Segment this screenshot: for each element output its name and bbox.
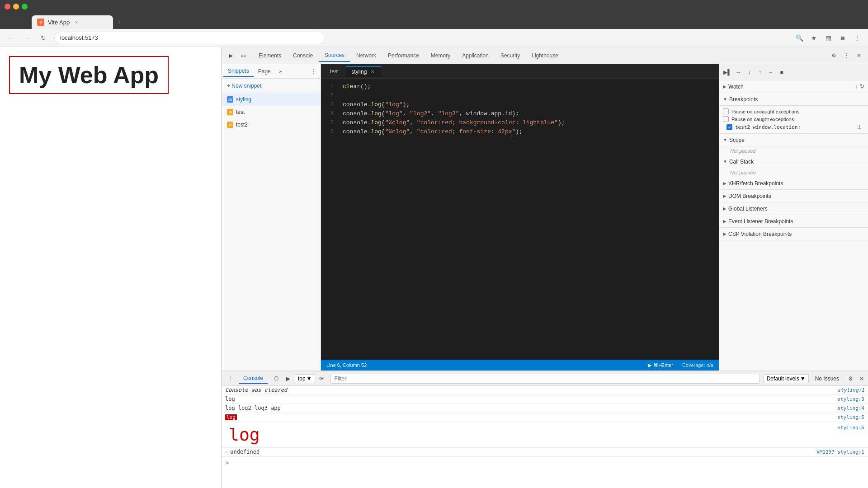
console-return-source[interactable]: VM1297 styling:1 <box>816 449 864 455</box>
snippet-item-styling[interactable]: JS styling <box>222 93 321 106</box>
global-listeners-section-header[interactable]: ▶ Global Listeners <box>719 202 868 215</box>
line-numbers: 1 2 3 4 5 6 <box>321 79 337 360</box>
code-lines[interactable]: clear(); console.log("log"); console.log… <box>337 79 719 360</box>
sources-more-tabs[interactable]: » <box>275 66 286 77</box>
tab-lighthouse[interactable]: Lighthouse <box>526 50 564 61</box>
editor-tabs: test styling ✕ <box>321 64 719 79</box>
refresh-watch-icon[interactable]: ↻ <box>860 83 864 90</box>
console-log2-source[interactable]: styling:4 <box>837 405 864 411</box>
code-content[interactable]: 1 2 3 4 5 6 clear(); console.log("log"); <box>321 79 719 360</box>
console-filter-input[interactable] <box>330 374 760 384</box>
tab-page[interactable]: Page <box>254 66 275 76</box>
tab-console[interactable]: Console <box>288 50 318 61</box>
highlighted-log-text: log <box>225 414 237 420</box>
deactivate-breakpoints-icon[interactable]: ■ <box>777 68 786 77</box>
run-button[interactable]: ▶ ⌘+Enter <box>648 362 673 368</box>
console-filter-icon[interactable]: ▶ <box>283 374 293 384</box>
step-icon[interactable]: → <box>766 68 775 77</box>
tab-network[interactable]: Network <box>351 50 382 61</box>
breakpoints-chevron: ▼ <box>723 97 727 102</box>
console-context-label: top <box>298 375 306 382</box>
url-bar[interactable]: localhost:5173 <box>54 32 326 44</box>
editor-tab-test[interactable]: test <box>325 66 344 76</box>
pause-uncaught-label: Pause on uncaught exceptions <box>731 109 799 114</box>
editor-tab-close-styling[interactable]: ✕ <box>369 69 376 75</box>
tab-title: Vite App <box>48 19 70 26</box>
minimize-button[interactable] <box>13 4 19 9</box>
test2-breakpoint-line: :1 <box>857 125 861 130</box>
console-input-row: > <box>222 457 868 468</box>
snippet-item-test[interactable]: JS test <box>222 106 321 118</box>
tab-memory[interactable]: Memory <box>425 50 456 61</box>
settings-icon[interactable]: ⚙ <box>828 50 839 61</box>
console-log3-source[interactable]: styling:5 <box>837 414 864 420</box>
browser-tab[interactable]: V Vite App × <box>32 15 113 29</box>
xhr-section-header[interactable]: ▶ XHR/fetch Breakpoints <box>719 177 868 190</box>
device-icon[interactable]: ▭ <box>238 50 249 61</box>
extensions-icon[interactable]: ▦ <box>823 33 834 43</box>
maximize-button[interactable] <box>22 4 28 9</box>
csp-section-header[interactable]: ▶ CSP Violation Breakpoints <box>719 228 868 240</box>
tab-application[interactable]: Application <box>457 50 494 61</box>
pause-uncaught-checkbox[interactable] <box>723 108 729 114</box>
sources-sidebar: Snippets Page » ⋮ + New snippet JS styli… <box>222 64 321 371</box>
profile-icon[interactable]: ◙ <box>837 33 848 43</box>
tab-snippets[interactable]: Snippets <box>223 66 254 77</box>
console-input[interactable] <box>231 460 864 466</box>
test2-breakpoint-checkbox[interactable]: ✓ <box>726 124 732 130</box>
back-button[interactable]: ← <box>5 33 16 43</box>
tab-close-button[interactable]: × <box>73 19 80 25</box>
new-snippet-button[interactable]: + New snippet <box>222 79 321 93</box>
pause-uncaught-row: Pause on uncaught exceptions <box>723 108 864 115</box>
tab-sources[interactable]: Sources <box>319 49 350 62</box>
console-row-return: ← undefined VM1297 styling:1 <box>222 448 868 457</box>
console-log1-source[interactable]: styling:3 <box>837 396 864 402</box>
console-tab[interactable]: Console <box>239 373 268 384</box>
step-out-icon[interactable]: ↑ <box>755 68 764 77</box>
new-tab-button[interactable]: + <box>113 15 127 29</box>
console-return-arrow: ← <box>225 449 228 455</box>
run-icon: ▶ <box>648 362 651 368</box>
console-clear-icon[interactable]: ⎔ <box>271 374 281 384</box>
console-row-cleared: Console was cleared styling:1 <box>222 386 868 395</box>
step-over-icon[interactable]: ↔ <box>734 68 743 77</box>
forward-button[interactable]: → <box>22 33 33 43</box>
reload-button[interactable]: ↻ <box>38 33 49 43</box>
console-cleared-source[interactable]: styling:1 <box>837 387 864 393</box>
console-context-selector[interactable]: top ▼ <box>295 374 315 383</box>
close-devtools-icon[interactable]: ✕ <box>854 50 864 61</box>
watch-section-header[interactable]: ▶ Watch + ↻ <box>719 80 868 93</box>
menu-icon[interactable]: ⋮ <box>852 33 863 43</box>
console-eye-icon[interactable]: 👁 <box>317 374 327 384</box>
debugger-icon[interactable]: ▶▌ <box>723 68 732 77</box>
close-button[interactable] <box>5 4 10 9</box>
console-options-icon[interactable]: ⋮ <box>225 374 235 384</box>
tab-elements[interactable]: Elements <box>253 50 287 61</box>
breakpoints-section-header[interactable]: ▼ Breakpoints <box>719 93 868 106</box>
dom-section-header[interactable]: ▶ DOM Breakpoints <box>719 190 868 202</box>
console-tools: ⎔ ▶ top ▼ 👁 <box>271 374 327 384</box>
more-options-icon[interactable]: ⋮ <box>841 50 852 61</box>
inspect-icon[interactable]: ▶ <box>225 50 236 61</box>
tab-security[interactable]: Security <box>495 50 525 61</box>
xhr-chevron: ▶ <box>723 181 726 186</box>
default-levels-selector[interactable]: Default levels ▼ <box>764 374 809 383</box>
call-stack-section-header[interactable]: ▼ Call Stack <box>719 155 868 168</box>
search-icon[interactable]: 🔍 <box>794 33 805 43</box>
call-stack-not-paused: Not paused <box>719 168 868 177</box>
tab-performance[interactable]: Performance <box>382 50 425 61</box>
breakpoints-label: Breakpoints <box>729 96 758 103</box>
snippet-item-test2[interactable]: JS test2 <box>222 118 321 131</box>
bookmark-icon[interactable]: ★ <box>808 33 819 43</box>
sources-sidebar-toggle[interactable]: ⋮ <box>308 66 319 77</box>
add-watch-icon[interactable]: + <box>854 83 858 90</box>
console-close-button[interactable]: ✕ <box>859 375 864 382</box>
watch-chevron: ▶ <box>723 84 726 89</box>
scope-section-header[interactable]: ▼ Scope <box>719 134 868 146</box>
pause-caught-checkbox[interactable] <box>723 116 729 122</box>
event-listener-section-header[interactable]: ▶ Event Listener Breakpoints <box>719 215 868 228</box>
editor-tab-styling[interactable]: styling ✕ <box>346 66 381 77</box>
console-log4-source[interactable]: styling:6 <box>837 425 864 431</box>
step-into-icon[interactable]: ↓ <box>745 68 754 77</box>
console-settings-icon[interactable]: ⚙ <box>845 374 855 384</box>
